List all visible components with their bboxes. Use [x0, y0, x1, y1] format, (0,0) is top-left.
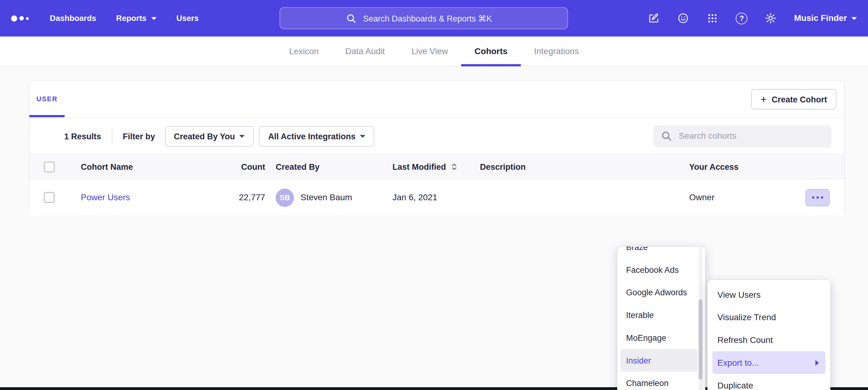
export-destinations-menu: Braze Facebook Ads Google Adwords Iterab…	[617, 247, 705, 390]
cohorts-card: USER + Create Cohort 1 Results Filter by…	[29, 80, 845, 216]
header-last-modified[interactable]: Last Modified	[393, 162, 480, 172]
filter-created-by-label: Created By You	[174, 131, 235, 141]
ellipsis-dot	[816, 196, 819, 199]
caret-down-icon	[240, 135, 245, 137]
submenu-arrow-icon	[815, 360, 819, 365]
cohort-search-input[interactable]	[678, 130, 824, 141]
created-by-name: Steven Baum	[301, 193, 352, 202]
filter-integrations-dropdown[interactable]: All Active Integrations	[259, 126, 374, 147]
nav-reports[interactable]: Reports	[116, 14, 156, 23]
caret-down-icon	[360, 135, 365, 137]
sort-icon	[450, 163, 457, 171]
search-icon	[346, 13, 356, 23]
ellipsis-dot	[812, 196, 814, 199]
header-cohort-name: Cohort Name	[81, 162, 217, 172]
menu-item-moengage[interactable]: MoEngage	[617, 326, 705, 349]
tab-lexicon[interactable]: Lexicon	[276, 37, 332, 66]
search-icon	[661, 130, 672, 141]
created-by-cell: SB Steven Baum	[266, 188, 393, 206]
header-your-access-label: Your Access	[689, 162, 738, 172]
section-tabs: Lexicon Data Audit Live View Cohorts Int…	[0, 37, 868, 67]
header-created-by: Created By	[266, 162, 393, 172]
menu-item-iterable[interactable]: Iterable	[617, 303, 705, 326]
results-count: 1 Results	[64, 131, 101, 141]
cohort-search[interactable]	[653, 125, 831, 148]
workspace-name: Music Finder	[794, 13, 847, 23]
filter-by-label: Filter by	[123, 131, 155, 141]
export-destinations-list: Braze Facebook Ads Google Adwords Iterab…	[617, 247, 705, 390]
menu-item-refresh-count[interactable]: Refresh Count	[707, 328, 830, 351]
filter-integrations-label: All Active Integrations	[268, 131, 355, 141]
cohort-count: 22,777	[216, 193, 266, 202]
avatar: SB	[276, 188, 294, 206]
menu-item-insider[interactable]: Insider	[621, 349, 698, 372]
cohort-name-link[interactable]: Power Users	[81, 193, 217, 202]
select-all-checkbox[interactable]	[44, 161, 55, 172]
menu-item-facebook-ads[interactable]: Facebook Ads	[617, 258, 705, 281]
row-actions-button[interactable]	[806, 189, 830, 206]
nav-users[interactable]: Users	[176, 14, 199, 23]
header-description: Description	[480, 162, 689, 172]
your-access-cell: Owner	[689, 189, 844, 206]
main-content: USER + Create Cohort 1 Results Filter by…	[0, 67, 868, 390]
filter-bar: 1 Results Filter by Created By You All A…	[29, 118, 844, 154]
settings-gear-icon[interactable]	[765, 12, 777, 25]
global-search-input[interactable]	[362, 13, 501, 23]
nav-reports-label: Reports	[116, 14, 147, 23]
tab-data-audit[interactable]: Data Audit	[332, 37, 398, 66]
logo-dot-medium	[20, 16, 24, 20]
nav-dashboards[interactable]: Dashboards	[50, 14, 96, 23]
feedback-smiley-icon[interactable]	[677, 12, 689, 25]
export-menu-scrollbar[interactable]	[699, 299, 703, 380]
plus-icon: +	[761, 94, 767, 105]
tab-user[interactable]: USER	[29, 81, 65, 118]
top-navbar: Dashboards Reports Users ?	[0, 0, 868, 37]
row-checkbox[interactable]	[44, 192, 55, 203]
apps-grid-icon[interactable]	[707, 12, 719, 25]
primary-nav: Dashboards Reports Users	[50, 14, 199, 23]
menu-item-duplicate[interactable]: Duplicate	[707, 374, 830, 390]
help-icon[interactable]: ?	[736, 12, 748, 24]
global-search[interactable]	[279, 7, 568, 29]
menu-item-visualize-trend[interactable]: Visualize Trend	[707, 306, 830, 329]
tab-live-view[interactable]: Live View	[398, 37, 461, 66]
menu-item-google-adwords[interactable]: Google Adwords	[617, 281, 705, 304]
header-checkbox-cell	[29, 161, 81, 172]
mixpanel-logo[interactable]	[11, 15, 29, 21]
export-to-label: Export to...	[717, 351, 759, 374]
app-root: Dashboards Reports Users ?	[0, 0, 868, 390]
row-context-menu-list: View Users Visualize Trend Refresh Count…	[707, 283, 830, 390]
screenshot-viewport: Dashboards Reports Users ?	[0, 0, 868, 390]
ellipsis-dot	[821, 196, 824, 199]
last-modified-value: Jan 6, 2021	[393, 193, 480, 202]
table-header-row: Cohort Name Count Created By Last Modifi…	[29, 154, 844, 179]
logo-dot-small	[26, 17, 29, 20]
menu-item-view-users[interactable]: View Users	[707, 283, 830, 306]
menu-item-braze[interactable]: Braze	[617, 247, 705, 258]
row-checkbox-cell	[29, 192, 81, 203]
logo-dot-large	[11, 15, 17, 21]
create-cohort-button[interactable]: + Create Cohort	[751, 89, 836, 110]
caret-down-icon	[851, 17, 857, 20]
create-cohort-label: Create Cohort	[772, 95, 827, 104]
header-your-access: Your Access	[689, 162, 844, 172]
menu-item-export-to[interactable]: Export to...	[713, 351, 826, 374]
tab-integrations[interactable]: Integrations	[521, 37, 592, 66]
caret-down-icon	[151, 17, 156, 20]
row-context-menu: View Users Visualize Trend Refresh Count…	[707, 280, 830, 390]
cohort-type-tabs: USER + Create Cohort	[29, 81, 844, 118]
workspace-menu[interactable]: Music Finder	[794, 13, 857, 23]
table-row: Power Users 22,777 SB Steven Baum Jan 6,…	[29, 179, 844, 216]
filter-created-by-dropdown[interactable]: Created By You	[165, 126, 254, 147]
report-edit-icon[interactable]	[648, 12, 660, 25]
tab-cohorts[interactable]: Cohorts	[461, 37, 521, 66]
header-count: Count	[216, 162, 266, 172]
your-access-value: Owner	[689, 193, 714, 202]
header-last-modified-label: Last Modified	[393, 162, 446, 172]
navbar-right-cluster: ? Music Finder	[648, 12, 857, 25]
menu-item-chameleon[interactable]: Chameleon	[617, 372, 705, 390]
vertical-divider	[112, 129, 112, 143]
